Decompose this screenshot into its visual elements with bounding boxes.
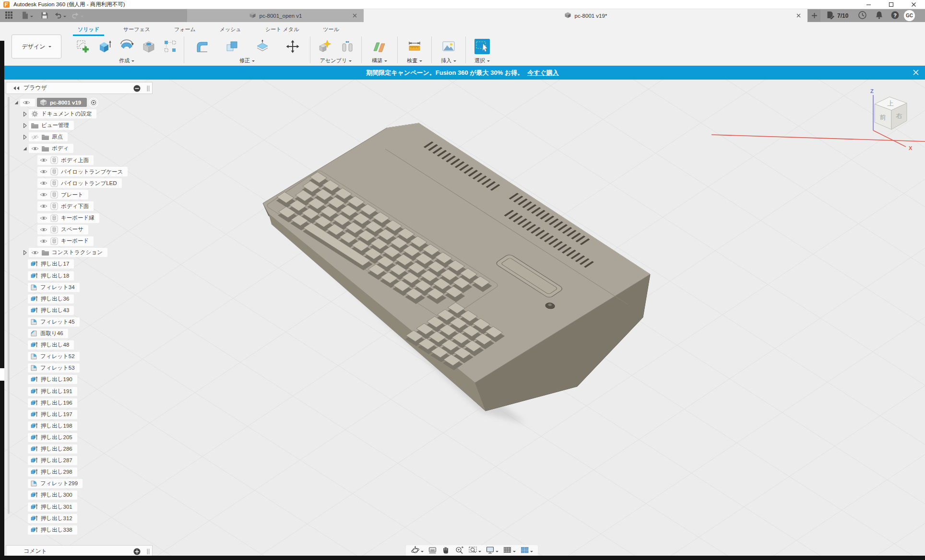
viewport-canvas[interactable]: ブラウザ pc-8001 v19ドキュメントの設定ビュー管理原点ボディボディ上面…	[0, 80, 925, 560]
body-item-row[interactable]: キーボード	[37, 235, 95, 246]
expanded-arrow-icon[interactable]	[12, 100, 20, 105]
visibility-eye-icon[interactable]	[31, 146, 39, 152]
feature-item-row[interactable]: フィレット53	[28, 362, 82, 373]
collapse-panel-icon[interactable]	[13, 86, 20, 91]
promo-link[interactable]: 今すぐ購入	[527, 69, 559, 77]
avatar[interactable]: GC	[904, 10, 915, 21]
panel-gripper[interactable]	[147, 85, 150, 93]
grid-settings-button[interactable]	[503, 546, 516, 557]
tool-component-icon[interactable]	[317, 39, 332, 54]
visibility-eye-off-icon[interactable]	[31, 134, 39, 140]
panel-minus-icon[interactable]	[133, 85, 141, 93]
minimize-button[interactable]	[857, 0, 880, 9]
tool-hole-icon[interactable]	[142, 39, 156, 54]
feature-item-row[interactable]: 押し出し18	[28, 270, 76, 281]
body-item-row[interactable]: プレート	[37, 189, 90, 200]
ribbon-tab-3[interactable]: メッシュ	[217, 25, 244, 36]
doc-tab-1[interactable]: pc-8001_open v1	[187, 9, 364, 22]
group-dropdown[interactable]: 検査	[407, 57, 422, 65]
app-grid-icon[interactable]	[5, 11, 13, 19]
tab-close-icon[interactable]	[352, 12, 358, 20]
visibility-eye-icon[interactable]	[40, 227, 47, 233]
feature-item-row[interactable]: フィレット52	[28, 351, 82, 362]
help-icon[interactable]: ?	[890, 11, 900, 22]
tree-node-origin[interactable]: 原点	[21, 131, 70, 142]
body-item-row[interactable]: パイロットランプケース	[37, 166, 130, 177]
tool-move-icon[interactable]	[285, 39, 300, 54]
feature-item-row[interactable]: 押し出し197	[28, 409, 79, 420]
tool-select-icon[interactable]	[474, 39, 490, 54]
workspace-selector[interactable]: デザイン	[12, 35, 61, 58]
ribbon-tab-5[interactable]: ツール	[320, 25, 342, 36]
body-item-row[interactable]: ボディ上面	[37, 155, 95, 166]
feature-item-row[interactable]: フィレット299	[28, 478, 84, 489]
feature-item-row[interactable]: 押し出し17	[28, 258, 76, 269]
ribbon-tab-2[interactable]: フォーム	[171, 25, 199, 36]
feature-item-row[interactable]: 押し出し301	[28, 502, 79, 513]
browser-scrollbar[interactable]	[8, 97, 10, 514]
feature-item-row[interactable]: 押し出し196	[28, 397, 79, 408]
view-cube[interactable]: Z X 上 前 右	[862, 82, 924, 152]
save-icon[interactable]	[40, 11, 49, 20]
display-settings-button[interactable]	[486, 546, 498, 557]
feature-item-row[interactable]: 押し出し312	[28, 513, 79, 524]
3d-viewport[interactable]	[0, 80, 925, 560]
tool-offset-icon[interactable]	[255, 39, 270, 54]
tool-extrude30-icon[interactable]	[97, 39, 112, 54]
group-dropdown[interactable]: 構築	[372, 57, 387, 65]
feature-item-row[interactable]: フィレット45	[28, 316, 82, 327]
browser-panel-header[interactable]: ブラウザ	[6, 82, 153, 94]
collapsed-arrow-icon[interactable]	[21, 135, 28, 140]
tree-node-construction[interactable]: コンストラクション	[21, 247, 109, 258]
collapsed-arrow-icon[interactable]	[21, 112, 28, 117]
new-tab-button[interactable]	[808, 10, 820, 22]
tool-pattern-icon[interactable]	[163, 39, 178, 54]
tool-fillet3d-icon[interactable]	[195, 39, 209, 54]
expanded-arrow-icon[interactable]	[21, 146, 28, 151]
feature-item-row[interactable]: 押し出し286	[28, 443, 79, 455]
visibility-eye-icon[interactable]	[40, 157, 47, 163]
tool-sketch-icon[interactable]	[76, 39, 90, 54]
visibility-eye-icon[interactable]	[40, 215, 47, 221]
panel-gripper[interactable]	[147, 548, 150, 556]
feature-item-row[interactable]: 押し出し191	[28, 386, 79, 397]
tree-node-named-views[interactable]: ビュー管理	[21, 120, 76, 131]
job-status[interactable]: 7/10	[826, 11, 848, 21]
group-dropdown[interactable]: 挿入	[441, 57, 456, 65]
tool-revolve-icon[interactable]	[119, 39, 134, 54]
tree-node-document-settings[interactable]: ドキュメントの設定	[21, 108, 98, 119]
tree-node-bodies[interactable]: ボディ	[21, 143, 75, 154]
tool-measure-icon[interactable]	[407, 39, 422, 54]
history-clock-icon[interactable]	[858, 11, 867, 22]
feature-item-row[interactable]: 押し出し48	[28, 339, 76, 350]
visibility-eye-icon[interactable]	[40, 169, 47, 175]
undo-icon[interactable]	[54, 11, 66, 22]
banner-close-icon[interactable]	[913, 69, 919, 77]
body-item-row[interactable]: スペーサ	[37, 224, 90, 235]
look-at-button[interactable]	[428, 546, 437, 557]
tool-joint-icon[interactable]	[340, 39, 355, 54]
body-item-row[interactable]: パイロットランプLED	[37, 178, 124, 189]
body-item-row[interactable]: ボディ下面	[37, 201, 95, 212]
feature-item-row[interactable]: 押し出し190	[28, 374, 79, 385]
visibility-eye-icon[interactable]	[40, 180, 47, 186]
tab-close-icon[interactable]	[795, 12, 802, 20]
tool-plane-icon[interactable]	[372, 39, 387, 54]
feature-item-row[interactable]: 押し出し300	[28, 490, 79, 501]
ribbon-tab-1[interactable]: サーフェス	[120, 25, 153, 36]
browser-root-row[interactable]: pc-8001 v19	[12, 97, 100, 108]
group-dropdown[interactable]: 選択	[474, 57, 490, 65]
feature-item-row[interactable]: 押し出し338	[28, 525, 79, 536]
group-dropdown[interactable]: 作成	[119, 57, 134, 65]
fit-button[interactable]	[468, 546, 481, 557]
feature-item-row[interactable]: 面取り46	[28, 328, 70, 339]
doc-tab-2-active[interactable]: pc-8001 v19*	[364, 9, 807, 22]
group-dropdown[interactable]: アセンブリ	[320, 57, 352, 65]
pan-button[interactable]	[441, 546, 451, 557]
ribbon-tab-0[interactable]: ソリッド	[75, 25, 102, 36]
activate-component-icon[interactable]	[90, 99, 97, 106]
group-dropdown[interactable]: 修正	[239, 57, 255, 65]
feature-item-row[interactable]: 押し出し43	[28, 305, 76, 316]
feature-item-row[interactable]: 押し出し298	[28, 467, 79, 478]
visibility-eye-icon[interactable]	[40, 192, 47, 198]
